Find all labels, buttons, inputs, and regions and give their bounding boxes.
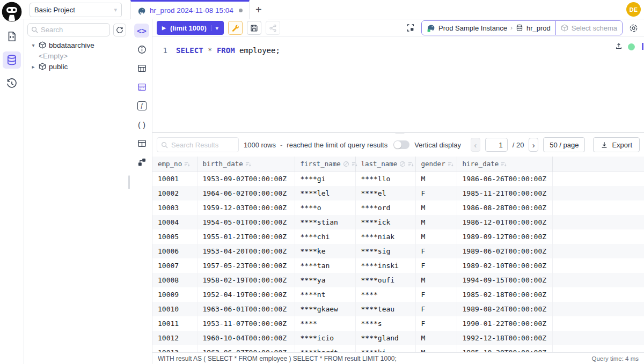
- table-cell[interactable]: ****hardt: [295, 345, 355, 352]
- table-cell[interactable]: 10001: [152, 172, 197, 186]
- page-size-select[interactable]: 50 / page: [543, 137, 585, 152]
- table-row[interactable]: 100081958-02-19T00:00:00Z****ya****oufiM…: [152, 273, 644, 287]
- history-icon[interactable]: [3, 75, 21, 92]
- table-cell[interactable]: 1957-05-23T00:00:00Z: [197, 258, 295, 273]
- results-resize-handle[interactable]: [395, 132, 405, 133]
- sort-icon[interactable]: [352, 161, 357, 167]
- table-cell[interactable]: ****ord: [355, 200, 415, 215]
- table-cell[interactable]: M: [415, 200, 457, 215]
- table-cell[interactable]: 1994-09-15T00:00:00Z: [457, 273, 552, 287]
- table-cell[interactable]: 1985-10-20T00:00:00Z: [457, 345, 552, 352]
- table-row[interactable]: 100011953-09-02T00:00:00Z****gi****lloM1…: [152, 172, 644, 186]
- worksheet-icon[interactable]: [3, 28, 21, 45]
- table-cell[interactable]: ****nt: [295, 287, 355, 302]
- procedures-icon[interactable]: ( ): [134, 117, 149, 131]
- ai-assistant-icon[interactable]: [627, 21, 640, 34]
- table-cell[interactable]: ****stian: [295, 215, 355, 229]
- table-cell[interactable]: 1986-06-26T00:00:00Z: [457, 172, 552, 186]
- project-select[interactable]: Basic Project ▾: [30, 3, 122, 17]
- table-cell[interactable]: 10008: [152, 273, 197, 287]
- table-cell[interactable]: 1990-01-22T00:00:00Z: [457, 316, 552, 331]
- table-cell[interactable]: 1964-06-02T00:00:00Z: [197, 186, 295, 200]
- table-cell[interactable]: ****ya: [295, 273, 355, 287]
- data-grid-icon[interactable]: [134, 80, 149, 94]
- table-row[interactable]: 100091952-04-19T00:00:00Z****nt****F1985…: [152, 287, 644, 302]
- column-header-first-name[interactable]: first_name: [295, 157, 355, 172]
- run-query-button[interactable]: ▶ (limit 1000) ▾: [157, 21, 224, 35]
- table-cell[interactable]: 10012: [152, 331, 197, 345]
- new-tab-button[interactable]: +: [250, 0, 268, 19]
- table-cell[interactable]: 1955-01-21T00:00:00Z: [197, 229, 295, 244]
- sort-icon[interactable]: [184, 161, 190, 167]
- sort-icon[interactable]: [501, 161, 507, 167]
- column-header-hire-date[interactable]: hire_date: [457, 157, 552, 172]
- table-row[interactable]: 100031959-12-03T00:00:00Z****o****ordM19…: [152, 200, 644, 215]
- table-cell[interactable]: ****niak: [355, 229, 415, 244]
- tree-item-bbdataarchive[interactable]: ▾ bbdataarchive: [24, 40, 129, 50]
- views-icon[interactable]: [134, 136, 149, 150]
- table-cell[interactable]: 1963-06-07T00:00:00Z: [197, 345, 295, 352]
- table-row[interactable]: 100101963-06-01T00:00:00Z****gkaew****te…: [152, 302, 644, 316]
- table-cell[interactable]: M: [415, 273, 457, 287]
- save-button[interactable]: [247, 21, 261, 35]
- table-row[interactable]: 100061953-04-20T00:00:00Z****ke****sigF1…: [152, 244, 644, 258]
- table-cell[interactable]: 1986-08-28T00:00:00Z: [457, 200, 552, 215]
- user-avatar[interactable]: DE: [626, 2, 641, 17]
- table-cell[interactable]: ****el: [355, 186, 415, 200]
- table-cell[interactable]: 10003: [152, 200, 197, 215]
- table-cell[interactable]: 1953-11-07T00:00:00Z: [197, 316, 295, 331]
- table-cell[interactable]: 1986-12-01T00:00:00Z: [457, 215, 552, 229]
- table-cell[interactable]: M: [415, 229, 457, 244]
- tree-search-input[interactable]: [41, 26, 106, 34]
- caret-down-icon[interactable]: ▾: [31, 42, 36, 48]
- results-search-field[interactable]: [157, 137, 239, 152]
- format-statement-icon[interactable]: [404, 21, 417, 34]
- table-cell[interactable]: ****: [295, 316, 355, 331]
- table-cell[interactable]: 1959-12-03T00:00:00Z: [197, 200, 295, 215]
- table-row[interactable]: 100131963-06-07T00:00:00Z****hardt****ki…: [152, 345, 644, 352]
- table-cell[interactable]: 10009: [152, 287, 197, 302]
- table-cell[interactable]: 1989-09-12T00:00:00Z: [457, 229, 552, 244]
- table-row[interactable]: 100041954-05-01T00:00:00Z****stian****ic…: [152, 215, 644, 229]
- column-header-birth-date[interactable]: birth_date: [197, 157, 295, 172]
- export-button[interactable]: Export: [593, 137, 640, 152]
- prev-page-button[interactable]: ‹: [471, 138, 480, 152]
- column-header-emp-no[interactable]: emp_no: [152, 157, 197, 172]
- table-row[interactable]: 100121960-10-04T00:00:00Z****icio****gla…: [152, 331, 644, 345]
- table-cell[interactable]: 1953-09-02T00:00:00Z: [197, 172, 295, 186]
- tables-icon[interactable]: [134, 61, 149, 75]
- table-cell[interactable]: ****icio: [295, 331, 355, 345]
- table-cell[interactable]: 1953-04-20T00:00:00Z: [197, 244, 295, 258]
- bytebase-logo-icon[interactable]: [1, 1, 23, 23]
- instance-picker[interactable]: Prod Sample Instance › hr_prod: [422, 21, 555, 35]
- sort-icon[interactable]: [448, 161, 453, 167]
- table-cell[interactable]: ****ick: [355, 215, 415, 229]
- table-cell[interactable]: ****o: [295, 200, 355, 215]
- next-page-button[interactable]: ›: [529, 138, 538, 152]
- table-cell[interactable]: F: [415, 258, 457, 273]
- table-cell[interactable]: ****tan: [295, 258, 355, 273]
- table-cell[interactable]: 1985-02-18T00:00:00Z: [457, 287, 552, 302]
- column-header-last-name[interactable]: last_name: [355, 157, 415, 172]
- tree-item-public[interactable]: ▸ public: [24, 61, 129, 72]
- caret-right-icon[interactable]: ▸: [31, 64, 36, 70]
- sql-code-editor[interactable]: 1 SELECT * FROM employee;: [152, 37, 644, 132]
- results-search-input[interactable]: [171, 141, 235, 149]
- table-cell[interactable]: 10011: [152, 316, 197, 331]
- info-icon[interactable]: [134, 42, 149, 56]
- table-cell[interactable]: 1992-12-18T00:00:00Z: [457, 331, 552, 345]
- run-options-chevron-icon[interactable]: ▾: [211, 25, 218, 31]
- table-cell[interactable]: F: [415, 302, 457, 316]
- page-number-input[interactable]: [485, 138, 508, 152]
- table-cell[interactable]: 10013: [152, 345, 197, 352]
- table-row[interactable]: 100071957-05-23T00:00:00Z****tan****insk…: [152, 258, 644, 273]
- vertical-display-toggle[interactable]: [393, 140, 409, 149]
- upload-sheet-icon[interactable]: [615, 42, 623, 50]
- tree-search-field[interactable]: [27, 23, 110, 36]
- table-cell[interactable]: 1952-04-19T00:00:00Z: [197, 287, 295, 302]
- table-cell[interactable]: ****: [355, 287, 415, 302]
- table-cell[interactable]: ****ki: [355, 345, 415, 352]
- format-sql-wand-button[interactable]: [228, 21, 243, 35]
- table-cell[interactable]: 1989-02-10T00:00:00Z: [457, 258, 552, 273]
- table-cell[interactable]: 1958-02-19T00:00:00Z: [197, 273, 295, 287]
